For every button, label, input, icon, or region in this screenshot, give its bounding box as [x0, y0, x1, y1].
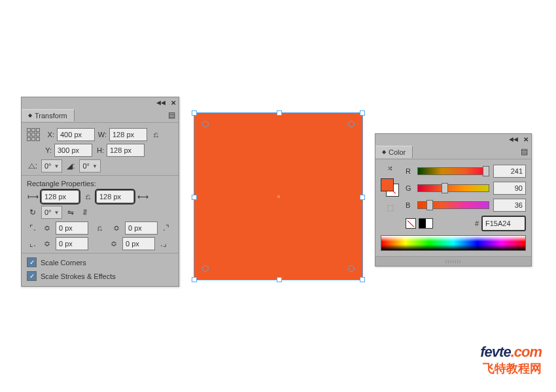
corner-widget-sw[interactable]: [202, 265, 209, 272]
stepper-icon[interactable]: ≎: [41, 222, 53, 234]
corner-tl-icon: ⌜.: [27, 222, 39, 234]
handle-sw[interactable]: [192, 277, 197, 282]
corner-widget-se[interactable]: [348, 265, 355, 272]
x-field[interactable]: 400 px: [57, 128, 95, 141]
watermark-text-1a: fevte: [480, 344, 510, 360]
panel-resize-grip[interactable]: ııııııı: [375, 256, 531, 266]
handle-e[interactable]: [360, 195, 365, 200]
g-label: G: [406, 184, 413, 192]
scale-corners-checkbox[interactable]: ✓: [27, 257, 37, 267]
handle-s[interactable]: [277, 277, 282, 282]
corner-tl-field[interactable]: 0 px: [56, 221, 88, 235]
flyout-menu-icon[interactable]: ▤: [164, 110, 179, 120]
watermark-text-2: 飞特教程网: [480, 361, 542, 376]
flyout-menu-icon[interactable]: ▤: [517, 147, 531, 156]
close-icon[interactable]: ✕: [171, 99, 176, 106]
rotate-dropdown[interactable]: 0° ▼: [79, 159, 100, 172]
panel-topbar: ◀◀ ✕: [22, 97, 179, 108]
expander-icon: ◆: [382, 149, 386, 155]
corner-bl-field[interactable]: 0 px: [56, 237, 88, 250]
h-label: H:: [95, 146, 104, 154]
reference-point-grid[interactable]: [27, 128, 40, 141]
flip-v-icon[interactable]: ⥯: [79, 206, 91, 218]
r-field[interactable]: 241: [493, 165, 526, 178]
rect-rotate-icon: ↻: [27, 206, 39, 218]
fill-stroke-swatch[interactable]: [381, 178, 399, 197]
hex-field[interactable]: F15A24: [481, 216, 526, 231]
b-label: B: [406, 201, 413, 209]
tab-row: ◆ Transform ▤: [22, 108, 179, 123]
link-rect-icon[interactable]: ⎌: [82, 191, 94, 203]
shear-value: 0°: [44, 162, 52, 170]
color-body: ⤭ ⬚ R 241 G 90 B: [375, 159, 531, 256]
corner-br-field[interactable]: 0 px: [122, 237, 155, 250]
scale-strokes-label: Scale Strokes & Effects: [41, 272, 116, 280]
corner-bl-icon: ⌞.: [27, 238, 39, 250]
corner-widget-nw[interactable]: [202, 121, 209, 127]
panel-topbar: ◀◀ ✕: [375, 134, 531, 144]
rect-h-field[interactable]: 128 px: [96, 190, 134, 203]
stepper-icon[interactable]: ≎: [111, 222, 122, 234]
rect-rotate-value: 0°: [44, 208, 52, 216]
expander-icon: ◆: [28, 112, 32, 118]
stepper-icon[interactable]: ≎: [41, 238, 53, 250]
shear-icon: ⧍:: [27, 160, 39, 172]
width-icon: ⟼: [27, 191, 39, 203]
color-spectrum[interactable]: [381, 235, 526, 251]
chevron-down-icon: ▼: [54, 210, 60, 216]
w-label: W:: [97, 131, 107, 139]
chevron-down-icon: ▼: [54, 163, 60, 169]
x-label: X:: [45, 131, 54, 139]
handle-ne[interactable]: [360, 110, 365, 116]
handle-nw[interactable]: [192, 110, 197, 116]
close-icon[interactable]: ✕: [523, 136, 529, 143]
b-field[interactable]: 36: [493, 199, 526, 212]
handle-n[interactable]: [277, 110, 282, 116]
rotate-icon: ◢:: [65, 160, 77, 172]
tab-transform[interactable]: ◆ Transform: [22, 109, 75, 122]
bw-swatch[interactable]: [419, 218, 433, 229]
r-slider[interactable]: [417, 167, 489, 175]
corner-tr-field[interactable]: 0 px: [125, 221, 158, 235]
height-icon: ⟷: [137, 191, 148, 203]
h-field[interactable]: 128 px: [107, 144, 145, 157]
collapse-chevron-icon[interactable]: ◀◀: [509, 136, 518, 142]
y-field[interactable]: 300 px: [54, 144, 92, 157]
corner-widget-ne[interactable]: [348, 121, 355, 127]
tab-label: Color: [389, 148, 406, 156]
rect-props-title: Rectangle Properties:: [27, 180, 173, 188]
color-panel: ◀◀ ✕ ◆ Color ▤ ⤭ ⬚ R 241: [375, 133, 532, 267]
scale-corners-label: Scale Corners: [41, 259, 86, 267]
rect-w-field[interactable]: 128 px: [41, 190, 79, 203]
g-field[interactable]: 90: [493, 182, 526, 195]
handle-w[interactable]: [192, 195, 197, 200]
stepper-icon[interactable]: ≎: [108, 238, 120, 250]
center-point: [277, 195, 280, 198]
link-wh-icon[interactable]: ⎌: [150, 129, 162, 140]
transform-panel: ◀◀ ✕ ◆ Transform ▤ X: 400 px W: 128 px ⎌…: [21, 97, 179, 287]
y-label: Y:: [43, 146, 52, 154]
w-field[interactable]: 128 px: [109, 128, 147, 141]
corner-tr-icon: .⌝: [160, 222, 172, 234]
cube-icon[interactable]: ⬚: [387, 203, 394, 212]
swap-colors-icon[interactable]: ⤭: [387, 165, 392, 172]
tab-color[interactable]: ◆ Color: [375, 146, 413, 158]
shear-dropdown[interactable]: 0° ▼: [41, 159, 62, 172]
handle-se[interactable]: [360, 277, 365, 282]
chevron-down-icon: ▼: [92, 163, 97, 169]
scale-strokes-checkbox[interactable]: ✓: [27, 271, 37, 281]
corner-br-icon: .⌟: [158, 238, 169, 250]
canvas-rectangle[interactable]: [194, 113, 362, 280]
tab-row: ◆ Color ▤: [375, 144, 531, 159]
r-label: R: [406, 167, 413, 175]
watermark-text-1b: .com: [511, 344, 542, 360]
hex-prefix: #: [475, 220, 479, 227]
collapse-chevron-icon[interactable]: ◀◀: [156, 99, 165, 106]
flip-h-icon[interactable]: ⇋: [65, 206, 77, 218]
b-slider[interactable]: [417, 201, 489, 209]
fill-swatch[interactable]: [381, 178, 394, 191]
link-corners-icon[interactable]: ⎌: [94, 222, 105, 234]
rect-rotate-dropdown[interactable]: 0° ▼: [41, 206, 62, 219]
g-slider[interactable]: [417, 184, 489, 192]
none-swatch[interactable]: [406, 218, 416, 229]
